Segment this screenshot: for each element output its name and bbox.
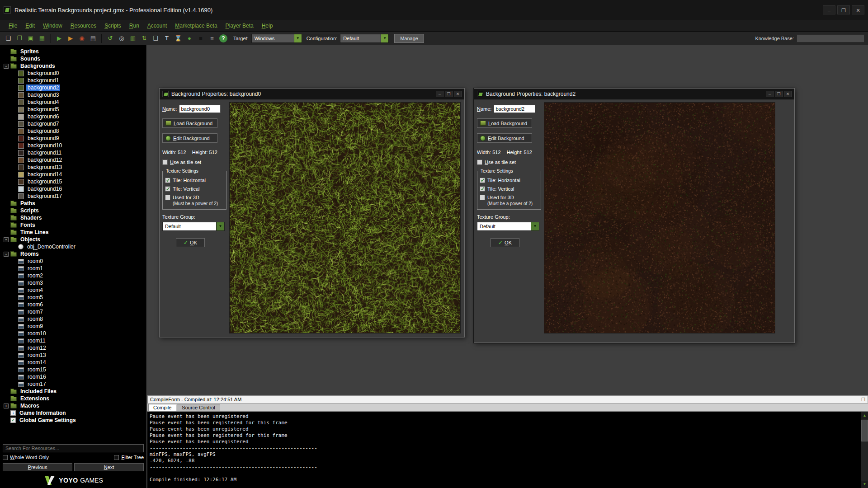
- tree-item-room11[interactable]: room11: [0, 337, 146, 344]
- tree-item-room10[interactable]: room10: [0, 330, 146, 337]
- manage-button[interactable]: Manage: [394, 34, 424, 43]
- tree-item-room16[interactable]: room16: [0, 373, 146, 380]
- console-scrollbar[interactable]: ▲ ▼: [860, 412, 868, 488]
- maximize-button[interactable]: ❐: [837, 5, 850, 14]
- tree-item-background7[interactable]: background7: [0, 120, 146, 127]
- help-icon[interactable]: ?: [219, 34, 227, 42]
- tree-item-background2[interactable]: background2: [0, 84, 146, 91]
- used-for-3d-checkbox[interactable]: Used for 3D: [165, 195, 224, 200]
- filter-tree-checkbox[interactable]: [114, 455, 119, 460]
- tile-horizontal-checkbox[interactable]: Tile: Horizontal: [165, 178, 224, 183]
- tree-item-background17[interactable]: background17: [0, 192, 146, 200]
- menu-player-beta[interactable]: Player Beta: [222, 20, 258, 32]
- checkbox-icon[interactable]: [165, 186, 170, 192]
- tree-item-background6[interactable]: background6: [0, 113, 146, 120]
- maximize-button[interactable]: ❐: [445, 91, 453, 97]
- background-properties-window-background2[interactable]: Background Properties: background2 – ❐ ✕…: [474, 88, 795, 343]
- chart-icon[interactable]: ▥: [127, 33, 138, 43]
- next-button[interactable]: Next: [74, 463, 144, 471]
- tree-expander[interactable]: -: [4, 64, 9, 69]
- tree-item-included files[interactable]: Included Files: [0, 388, 146, 395]
- tree-item-obj_democontroller[interactable]: obj_DemoController: [0, 243, 146, 250]
- tree-item-game information[interactable]: Game Information: [0, 409, 146, 417]
- tree-item-room5[interactable]: room5: [0, 294, 146, 301]
- tree-item-sounds[interactable]: Sounds: [0, 55, 146, 62]
- save-project-icon[interactable]: ▣: [25, 33, 36, 43]
- menu-account[interactable]: Account: [143, 20, 171, 32]
- tree-item-background5[interactable]: background5: [0, 106, 146, 113]
- close-button[interactable]: ✕: [784, 91, 792, 97]
- scroll-up-icon[interactable]: ▲: [861, 412, 868, 419]
- object-resource-icon[interactable]: ●: [184, 33, 195, 43]
- checkbox-icon[interactable]: [165, 178, 170, 183]
- tree-item-room12[interactable]: room12: [0, 344, 146, 352]
- tile-vertical-checkbox[interactable]: Tile: Vertical: [165, 186, 224, 192]
- tree-item-room7[interactable]: room7: [0, 308, 146, 315]
- menu-help[interactable]: Help: [258, 20, 277, 32]
- tree-item-background14[interactable]: background14: [0, 171, 146, 178]
- tree-item-background1[interactable]: background1: [0, 77, 146, 84]
- run-icon[interactable]: ▶: [54, 33, 65, 43]
- tree-item-room2[interactable]: room2: [0, 272, 146, 279]
- room-resource-icon[interactable]: ■: [195, 33, 206, 43]
- tree-item-time lines[interactable]: Time Lines: [0, 229, 146, 236]
- tree-expander[interactable]: -: [4, 252, 9, 257]
- texture-group-dropdown[interactable]: Default ▼: [162, 222, 225, 231]
- duplicate-icon[interactable]: ❑: [150, 33, 161, 43]
- tree-item-shaders[interactable]: Shaders: [0, 214, 146, 221]
- new-project-icon[interactable]: ❏: [3, 33, 14, 43]
- tree-item-global game settings[interactable]: Global Game Settings: [0, 417, 146, 424]
- tree-item-room3[interactable]: room3: [0, 279, 146, 286]
- configuration-dropdown[interactable]: Default ▼: [340, 34, 389, 43]
- tree-item-background15[interactable]: background15: [0, 178, 146, 185]
- tree-item-room1[interactable]: room1: [0, 265, 146, 272]
- previous-button[interactable]: Previous: [3, 463, 72, 471]
- tree-item-room17[interactable]: room17: [0, 380, 146, 388]
- menu-scripts[interactable]: Scripts: [100, 20, 125, 32]
- stop-icon[interactable]: ◉: [76, 33, 87, 43]
- console-detach-icon[interactable]: ❐: [861, 397, 865, 402]
- use-as-tileset-checkbox[interactable]: Use as tile set: [477, 160, 541, 165]
- checkbox-icon[interactable]: [162, 160, 168, 165]
- texture-group-dropdown[interactable]: Default ▼: [477, 222, 539, 231]
- menu-run[interactable]: Run: [125, 20, 143, 32]
- use-as-tileset-checkbox[interactable]: Use as tile set: [162, 160, 226, 165]
- tree-item-background13[interactable]: background13: [0, 164, 146, 171]
- name-input[interactable]: [494, 105, 535, 113]
- load-background-button[interactable]: Load Background: [477, 118, 532, 128]
- scroll-thumb[interactable]: [861, 420, 868, 441]
- tree-item-background8[interactable]: background8: [0, 127, 146, 135]
- tree-item-scripts[interactable]: Scripts: [0, 207, 146, 214]
- minimize-button[interactable]: –: [823, 5, 835, 14]
- create-executable-icon[interactable]: ▤: [88, 33, 99, 43]
- menu-resources[interactable]: Resources: [66, 20, 100, 32]
- minimize-button[interactable]: –: [766, 91, 774, 97]
- tree-item-background0[interactable]: background0: [0, 70, 146, 77]
- tree-item-extensions[interactable]: Extensions: [0, 395, 146, 402]
- resource-list-icon[interactable]: ≡: [207, 33, 217, 43]
- maximize-button[interactable]: ❐: [775, 91, 783, 97]
- timeline-resource-icon[interactable]: ⌛: [173, 33, 184, 43]
- dropdown-arrow-icon[interactable]: ▼: [216, 222, 224, 230]
- minimize-button[interactable]: –: [436, 91, 443, 97]
- tree-item-background9[interactable]: background9: [0, 135, 146, 142]
- menu-edit[interactable]: Edit: [21, 20, 39, 32]
- configuration-dropdown-arrow-icon[interactable]: ▼: [381, 34, 388, 42]
- tile-vertical-checkbox[interactable]: Tile: Vertical: [480, 186, 538, 192]
- search-input[interactable]: [3, 444, 144, 452]
- knowledge-base-input[interactable]: [797, 34, 864, 42]
- target-icon[interactable]: ◎: [116, 33, 127, 43]
- close-button[interactable]: ✕: [454, 91, 462, 97]
- dropdown-arrow-icon[interactable]: ▼: [531, 222, 539, 230]
- menu-window[interactable]: Window: [39, 20, 66, 32]
- window-title-bar[interactable]: Background Properties: background0 – ❐ ✕: [160, 89, 464, 99]
- name-input[interactable]: [179, 105, 221, 113]
- checkbox-icon[interactable]: [477, 160, 482, 165]
- tree-item-macros[interactable]: +Macros: [0, 402, 146, 409]
- close-button[interactable]: ✕: [852, 5, 864, 14]
- undo-icon[interactable]: ↺: [105, 33, 116, 43]
- tree-item-sprites[interactable]: Sprites: [0, 48, 146, 55]
- tree-item-room0[interactable]: room0: [0, 258, 146, 265]
- edit-background-button[interactable]: Edit Background: [162, 133, 217, 143]
- tree-item-rooms[interactable]: -Rooms: [0, 250, 146, 258]
